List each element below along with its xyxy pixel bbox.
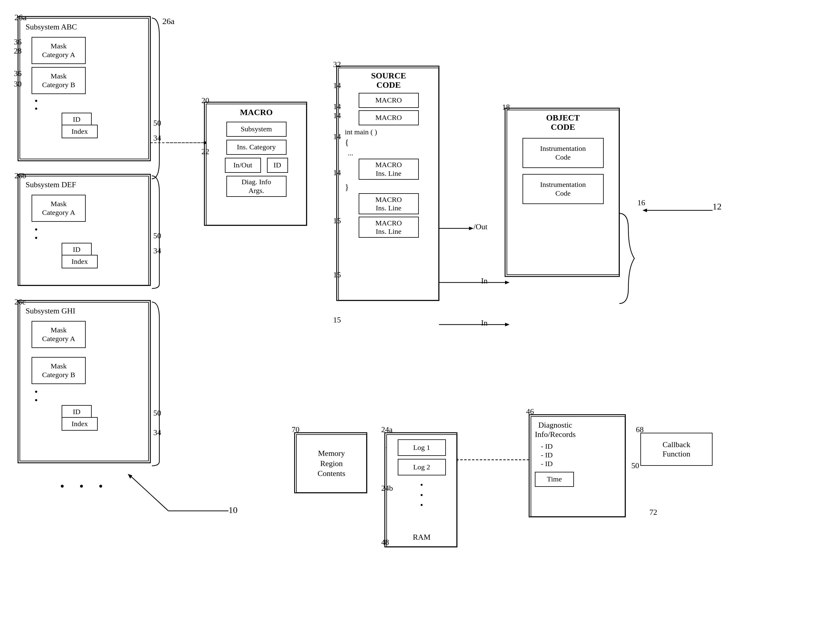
ref-50-diag: 50 (631, 461, 639, 470)
ref-14-macro: 14 (333, 102, 341, 111)
int-main-label: int main ( ) (339, 128, 377, 136)
ref-36-2: 36 (14, 69, 21, 78)
ref-68: 68 (636, 425, 644, 434)
ref-50-3: 50 (153, 409, 161, 418)
macro-ins1-box: MACRO Ins. Line (359, 159, 419, 180)
mask-cat-a-3-box: MaskCategory A (31, 321, 85, 348)
index-abc-box: Index (62, 125, 98, 138)
ram-label: RAM (413, 532, 431, 542)
ref-15-3: 15 (333, 315, 341, 325)
ref-34-3: 34 (153, 428, 161, 437)
ins-category-box: Ins. Category (226, 140, 286, 155)
dots-abc-2: • (35, 104, 38, 114)
index-ghi-box: Index (62, 417, 98, 430)
subsystem-abc-label: Subsystem ABC (23, 21, 146, 34)
svg-marker-12 (505, 281, 510, 284)
time-label: Time (547, 475, 562, 483)
ref-14-sc4: 14 (333, 168, 341, 177)
macro-panel: MACRO Subsystem Ins. Category In/Out ID … (206, 104, 307, 225)
dots-ghi-2: • (35, 395, 38, 406)
ref-32: 32 (333, 60, 341, 69)
ref-14-sc1: 14 (333, 81, 341, 90)
ref-48: 48 (381, 538, 389, 547)
in-label-1: In (481, 276, 488, 286)
memory-region-label: MemoryRegionContents (317, 449, 345, 479)
index-def-box: Index (62, 255, 98, 268)
mask-cat-a-2-box: MaskCategory A (31, 195, 85, 222)
subsystem-sub-label: Subsystem (240, 125, 272, 133)
ref-30: 30 (14, 80, 21, 89)
subsystem-def-label: Subsystem DEF (23, 179, 146, 192)
diag-id2: - ID (541, 451, 552, 460)
ref-28: 28 (14, 47, 21, 56)
ref-24b: 24b (381, 484, 393, 493)
ref-70: 70 (292, 425, 299, 434)
instr-code-2-label: Instrumentation Code (540, 180, 586, 198)
diag-id3: - ID (541, 460, 552, 468)
source-code-panel: SOURCECODE MACRO MACRO int main ( ) { ..… (338, 67, 439, 301)
macro-sc2-label: MACRO (375, 113, 402, 122)
index-ghi-label: Index (72, 419, 88, 428)
object-code-panel: OBJECTCODE Instrumentation Code Instrume… (506, 110, 619, 275)
ref-26a-top: 26a (15, 13, 26, 22)
ref-10: 10 (228, 505, 238, 515)
subsystem-sub-box: Subsystem (226, 122, 286, 137)
instr-code-1-label: Instrumentation Code (540, 144, 586, 162)
index-abc-label: Index (72, 127, 88, 136)
log2-label: Log 2 (413, 463, 430, 472)
dots-below: • • • (60, 479, 109, 493)
diag-info-box: Diag. Info Args. (226, 176, 286, 197)
macro-panel-title: MACRO (240, 107, 273, 118)
mask-cat-b-3-label: MaskCategory B (42, 362, 75, 379)
dots-sc: ... (339, 149, 353, 158)
macro-ins2-label: MACRO Ins. Line (375, 196, 402, 213)
diag-info-records-title: DiagnosticInfo/Records (535, 421, 576, 439)
macro-ins1-label: MACRO Ins. Line (375, 161, 402, 178)
id-ghi-label: ID (73, 407, 80, 416)
id-macro-box: ID (267, 158, 288, 173)
svg-marker-22 (128, 474, 132, 479)
instr-code-1-box: Instrumentation Code (523, 138, 604, 168)
macro-ins3-box: MACRO Ins. Line (359, 217, 419, 238)
mask-cat-a-3-label: MaskCategory A (42, 326, 75, 343)
id-macro-label: ID (274, 161, 281, 169)
subsystem-ghi-label: Subsystem GHI (23, 305, 146, 318)
svg-marker-14 (505, 323, 510, 326)
log1-box: Log 1 (398, 439, 446, 456)
ref-26a: 26a (162, 16, 174, 26)
log1-label: Log 1 (413, 443, 430, 452)
ref-24a: 24a (381, 425, 393, 434)
ref-50-1: 50 (153, 119, 161, 128)
dots-def-2: • (35, 233, 38, 243)
mask-cat-b-1-box: MaskCategory B (31, 67, 85, 94)
svg-marker-24 (643, 209, 647, 212)
object-code-title: OBJECTCODE (546, 113, 580, 132)
memory-region-box: MemoryRegionContents (296, 434, 367, 493)
ram-box: Log 1 Log 2 ••• RAM (386, 434, 457, 547)
svg-marker-10 (469, 227, 473, 230)
macro-sc1-label: MACRO (375, 96, 402, 105)
id-def-label: ID (73, 245, 80, 254)
mask-cat-a-1-box: MaskCategory A (31, 37, 85, 64)
macro-ins2-box: MACRO Ins. Line (359, 193, 419, 214)
ref-16: 16 (637, 198, 645, 207)
ins-category-label: Ins. Category (237, 143, 276, 151)
mask-cat-a-2-label: MaskCategory A (42, 200, 75, 217)
ref-50-2: 50 (153, 232, 161, 240)
callback-box: CallbackFunction (640, 433, 713, 466)
brace-close: } (339, 182, 349, 192)
id-abc-label: ID (73, 115, 80, 124)
ref-26b: 26b (15, 171, 26, 180)
ref-15-1: 15 (333, 216, 341, 225)
ref-46: 46 (526, 407, 534, 416)
id-ghi-box: ID (62, 405, 92, 419)
id-abc-box: ID (62, 113, 92, 126)
ref-20: 20 (201, 96, 209, 105)
ref-14-sc3: 14 (333, 132, 341, 141)
ref-22: 22 (201, 147, 209, 156)
macro-ins3-label: MACRO Ins. Line (375, 219, 402, 236)
diagram: 26a Subsystem ABC MaskCategory A MaskCat… (0, 0, 840, 644)
subsystem-ghi-box: Subsystem GHI MaskCategory A MaskCategor… (20, 302, 149, 461)
diag-id1: - ID (541, 442, 552, 451)
diag-info-records-box: DiagnosticInfo/Records - ID - ID - ID Ti… (531, 416, 625, 517)
